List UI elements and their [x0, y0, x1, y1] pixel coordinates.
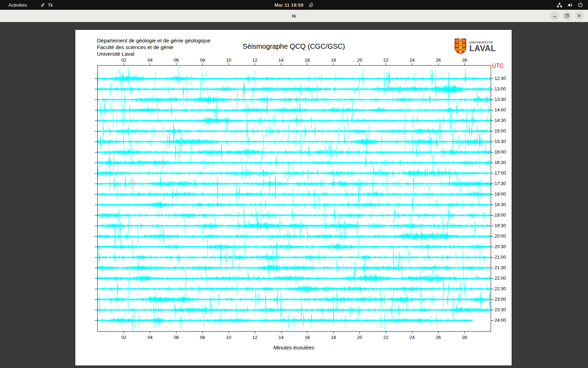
x-tick-top: [281, 63, 281, 66]
x-tick-bottom: [412, 331, 412, 334]
x-tick-label-bottom: 06: [174, 335, 178, 340]
x-tick-bottom: [202, 331, 203, 334]
logo-text-laval: LAVAL: [469, 44, 496, 53]
trace-time-label: 22:30: [495, 286, 506, 291]
clock[interactable]: Mar 11 19:59: [274, 2, 303, 8]
trace-tick-right: [491, 173, 493, 173]
x-tick-bottom: [124, 331, 124, 334]
focused-app-indicator[interactable]: Tk: [40, 2, 53, 8]
restore-button[interactable]: [562, 11, 572, 20]
x-tick-label-top: 28: [462, 57, 467, 63]
trace-tick-left: [95, 142, 98, 142]
x-tick-label-bottom: 08: [200, 335, 205, 340]
trace-tick-left: [95, 89, 98, 89]
trace-time-label: 17:30: [495, 181, 506, 186]
trace-tick-right: [491, 110, 493, 110]
x-tick-bottom: [255, 331, 255, 334]
x-tick-label-top: 04: [147, 57, 152, 63]
x-tick-label-bottom: 02: [121, 335, 126, 340]
gnome-top-bar: Activities Tk Mar 11 19:59: [0, 0, 588, 10]
trace-tick-left: [95, 247, 98, 247]
x-axis-title: Minutes écoulées: [75, 345, 512, 350]
trace-time-label: 19:00: [495, 212, 506, 218]
x-tick-top: [202, 63, 203, 66]
x-tick-top: [307, 63, 307, 66]
trace-tick-left: [95, 131, 98, 131]
x-tick-label-top: 02: [121, 57, 126, 63]
trace-tick-left: [95, 289, 98, 289]
activities-button[interactable]: Activities: [6, 2, 30, 8]
x-tick-bottom: [438, 331, 439, 334]
trace-tick-right: [491, 320, 493, 321]
window-title: tk: [292, 13, 296, 19]
x-tick-top: [359, 63, 360, 66]
trace-tick-right: [491, 163, 493, 163]
x-tick-label-top: 24: [410, 57, 414, 63]
trace-time-label: 20:30: [495, 244, 506, 249]
trace-time-label: 20:00: [495, 233, 506, 239]
trace-tick-left: [95, 110, 98, 110]
x-tick-top: [176, 63, 176, 66]
minimize-button[interactable]: [550, 11, 559, 20]
trace-time-label: 23:00: [495, 297, 506, 302]
x-tick-top: [438, 63, 439, 66]
trace-time-label: 21:30: [495, 265, 506, 270]
trace-tick-right: [491, 310, 493, 310]
system-status-area[interactable]: [556, 0, 583, 10]
x-tick-label-bottom: 12: [252, 335, 257, 340]
seismogram-plot: UTC 020204040606080810101212141416161818…: [97, 65, 491, 332]
x-tick-bottom: [229, 331, 229, 334]
x-tick-label-top: 06: [174, 57, 178, 63]
trace-tick-right: [491, 194, 493, 195]
network-icon: [556, 2, 562, 8]
trace-tick-left: [95, 310, 98, 310]
trace-tick-left: [95, 299, 98, 300]
trace-tick-right: [491, 205, 493, 205]
x-tick-label-bottom: 26: [436, 335, 441, 340]
x-tick-label-top: 20: [357, 57, 362, 63]
trace-tick-left: [95, 257, 98, 258]
x-tick-top: [412, 63, 412, 66]
x-tick-label-top: 10: [226, 57, 231, 63]
trace-tick-right: [491, 257, 493, 258]
window-titlebar[interactable]: tk: [0, 10, 588, 22]
x-tick-label-top: 14: [279, 57, 284, 63]
trace-time-label: 13:00: [495, 86, 506, 91]
trace-tick-left: [95, 152, 98, 152]
trace-tick-left: [95, 173, 98, 173]
universite-laval-logo: UNIVERSITÉ LAVAL: [454, 38, 496, 56]
close-button[interactable]: [575, 11, 584, 20]
trace-tick-left: [95, 236, 98, 237]
trace-tick-right: [491, 142, 493, 142]
trace-tick-left: [95, 79, 98, 79]
x-tick-bottom: [359, 331, 360, 334]
trace-time-label: 22:00: [495, 275, 506, 281]
seismogram-traces: [98, 66, 491, 331]
trace-tick-left: [95, 268, 98, 268]
x-tick-bottom: [464, 331, 465, 334]
x-tick-label-top: 12: [252, 57, 257, 63]
trace-tick-right: [491, 268, 493, 268]
power-icon: [578, 2, 583, 8]
x-tick-bottom: [281, 331, 281, 334]
trace-tick-left: [95, 320, 98, 321]
x-tick-label-bottom: 14: [279, 335, 284, 340]
x-tick-bottom: [176, 331, 176, 334]
trace-time-label: 18:00: [495, 191, 506, 197]
trace-tick-right: [491, 226, 493, 226]
trace-tick-right: [491, 152, 493, 152]
seismograph-canvas: Département de géologie et de génie géol…: [75, 29, 512, 366]
trace-tick-right: [491, 184, 493, 184]
x-tick-label-top: 16: [305, 57, 310, 63]
trace-tick-left: [95, 205, 98, 205]
trace-tick-right: [491, 89, 493, 89]
trace-tick-left: [95, 100, 98, 100]
utc-axis-label: UTC: [492, 63, 504, 69]
x-tick-top: [464, 63, 465, 66]
trace-tick-right: [491, 215, 493, 216]
trace-time-label: 17:00: [495, 170, 506, 176]
trace-tick-right: [491, 121, 493, 121]
trace-tick-right: [491, 236, 493, 237]
x-tick-top: [255, 63, 255, 66]
trace-tick-right: [491, 289, 493, 289]
